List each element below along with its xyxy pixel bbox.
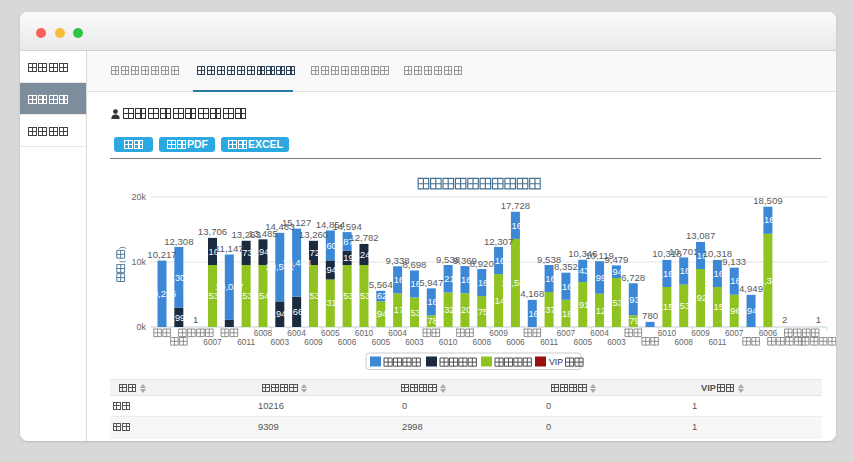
svg-text:6009: 6009: [304, 337, 323, 347]
svg-text:4,938: 4,938: [622, 295, 645, 305]
svg-text:4,949: 4,949: [739, 283, 763, 294]
svg-text:13,706: 13,706: [198, 226, 227, 237]
svg-text:6005: 6005: [372, 337, 391, 347]
svg-text:4,168: 4,168: [756, 215, 779, 225]
svg-text:6006: 6006: [338, 337, 357, 347]
svg-text:8,352: 8,352: [554, 261, 578, 272]
svg-text:14,594: 14,594: [332, 221, 362, 232]
svg-text:4,949: 4,949: [739, 306, 762, 316]
svg-text:18,509: 18,509: [753, 195, 782, 206]
svg-text:10,216: 10,216: [148, 289, 176, 299]
svg-text:13,260: 13,260: [299, 229, 328, 240]
svg-text:2: 2: [782, 314, 787, 325]
svg-text:4,669: 4,669: [285, 307, 308, 317]
svg-text:9,479: 9,479: [604, 254, 628, 265]
svg-text:6011: 6011: [237, 337, 255, 347]
svg-text:5,564: 5,564: [369, 279, 394, 290]
svg-text:20k: 20k: [131, 192, 146, 202]
svg-text:9,538: 9,538: [201, 291, 224, 301]
svg-text:6009: 6009: [691, 328, 710, 338]
svg-text:4,752: 4,752: [470, 307, 493, 317]
svg-text:6008: 6008: [473, 337, 492, 347]
svg-text:9,540: 9,540: [251, 291, 274, 301]
svg-text:(: (: [117, 260, 126, 263]
svg-text:12,308: 12,308: [164, 236, 193, 247]
svg-text:0k: 0k: [136, 322, 146, 332]
svg-text:4,168: 4,168: [504, 221, 527, 231]
svg-text:1: 1: [193, 314, 198, 325]
svg-text:13,560: 13,560: [501, 278, 529, 288]
svg-text:4,168: 4,168: [470, 278, 493, 288]
svg-text:8,698: 8,698: [402, 259, 426, 270]
svg-text:780: 780: [642, 310, 658, 321]
svg-text:11,147: 11,147: [215, 243, 244, 254]
svg-text:1,780: 1,780: [420, 316, 443, 326]
svg-text:4,184: 4,184: [554, 309, 577, 319]
svg-text:6006: 6006: [759, 328, 778, 338]
svg-text:12,307: 12,307: [484, 236, 513, 247]
svg-text:6007: 6007: [203, 337, 222, 347]
svg-text:12,782: 12,782: [349, 232, 378, 243]
svg-text:6011: 6011: [708, 337, 726, 347]
svg-text:): ): [117, 246, 126, 249]
svg-text:6003: 6003: [271, 337, 290, 347]
svg-text:2,998: 2,998: [167, 313, 190, 323]
svg-text:6007: 6007: [725, 328, 744, 338]
svg-text:5,947: 5,947: [419, 277, 443, 288]
svg-text:1: 1: [816, 314, 821, 325]
svg-text:3,945: 3,945: [251, 247, 274, 257]
svg-text:6005: 6005: [574, 337, 593, 347]
svg-text:8,920: 8,920: [470, 258, 494, 269]
svg-text:17,728: 17,728: [501, 200, 530, 211]
svg-text:8,140: 8,140: [487, 296, 510, 306]
svg-text:4,168: 4,168: [554, 282, 577, 292]
svg-text:10,217: 10,217: [147, 249, 176, 260]
svg-text:VIP: VIP: [549, 357, 563, 367]
svg-text:10k: 10k: [131, 257, 146, 267]
svg-text:6011: 6011: [540, 337, 558, 347]
svg-text:6008: 6008: [674, 337, 693, 347]
svg-text:10,701: 10,701: [669, 246, 698, 257]
svg-text:3,244: 3,244: [352, 250, 375, 260]
svg-text:9,133: 9,133: [722, 256, 746, 267]
svg-text:6003: 6003: [405, 337, 424, 347]
svg-text:15,127: 15,127: [282, 217, 311, 228]
svg-text:6,728: 6,728: [621, 272, 645, 283]
svg-text:6010: 6010: [439, 337, 458, 347]
svg-text:4,168: 4,168: [520, 288, 544, 299]
svg-text:2,940: 2,940: [319, 265, 342, 275]
svg-text:10,458: 10,458: [282, 258, 310, 268]
svg-text:13,087: 13,087: [686, 230, 715, 241]
svg-text:1,624: 1,624: [369, 291, 392, 301]
svg-text:6006: 6006: [506, 337, 525, 347]
svg-text:6003: 6003: [607, 337, 626, 347]
svg-text:9,309: 9,309: [167, 273, 190, 283]
svg-text:4,168: 4,168: [672, 266, 695, 276]
